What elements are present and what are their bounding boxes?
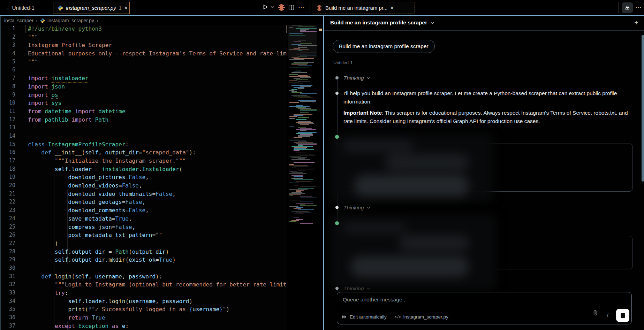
code-content[interactable]: #!/usr/bin/env python3"""Instagram Profi… xyxy=(28,25,287,330)
tab-label: Untitled-1 xyxy=(12,5,35,11)
timeline-dot-tool xyxy=(335,221,339,225)
code-line: def __init__(self, output_dir="scraped_d… xyxy=(28,148,287,157)
input-divider xyxy=(337,308,631,308)
context-file-chip[interactable]: </> instagram_scraper.py xyxy=(394,314,448,320)
code-line xyxy=(28,264,287,273)
code-line: """ xyxy=(28,58,287,66)
code-line: from pathlib import Path xyxy=(28,116,287,124)
code-line: """Login to Instagram (optional but reco… xyxy=(28,281,287,289)
code-line: Educational purposes only - respect Inst… xyxy=(28,49,287,58)
edit-mode-label[interactable]: Edit automatically xyxy=(350,314,387,320)
breadcrumb-folder[interactable]: insta_scraper xyxy=(4,18,33,23)
assistant-note: Important Note: This scraper is for educ… xyxy=(343,109,633,125)
breadcrumb-file[interactable]: instagram_scraper.py xyxy=(47,18,94,23)
code-line xyxy=(28,124,287,132)
overview-ruler-warning-mark xyxy=(319,29,322,31)
chevron-down-icon xyxy=(367,207,370,209)
user-message-bubble: Build me an instagram profile scraper xyxy=(333,40,435,53)
message-source-label: Untitled-1 xyxy=(333,60,353,65)
attach-paperclip-icon[interactable] xyxy=(593,310,598,317)
timeline-dot xyxy=(335,287,339,290)
timeline-dot-tool xyxy=(335,135,339,139)
tab-label: Build me an instagram pr... xyxy=(325,5,387,11)
code-line: import sys xyxy=(28,99,287,107)
app-window: ≡ Untitled-1 instagram_scraper.py 1 × ⋯ xyxy=(0,0,644,330)
code-line: self.output_dir = Path(output_dir) xyxy=(28,248,287,256)
close-icon[interactable]: × xyxy=(124,5,127,11)
code-line: print(f"✓ Successfully logged in as {use… xyxy=(28,305,287,314)
code-line: try: xyxy=(28,289,287,297)
thinking-toggle[interactable]: Thinking xyxy=(343,204,370,212)
code-line: ) xyxy=(28,239,287,248)
timeline-dot xyxy=(335,92,339,95)
code-line: post_metadata_txt_pattern="" xyxy=(28,231,287,239)
code-line: return True xyxy=(28,314,287,322)
minimap[interactable] xyxy=(288,25,317,228)
code-line: download_videos=False, xyxy=(28,182,287,190)
code-line: download_video_thumbnails=False, xyxy=(28,190,287,198)
pane-separator[interactable] xyxy=(323,16,324,330)
claude-starburst-icon[interactable] xyxy=(278,4,285,11)
code-line: download_comments=False, xyxy=(28,206,287,215)
tab-instagram-scraper[interactable]: instagram_scraper.py 1 × xyxy=(53,2,130,14)
stop-square-icon xyxy=(621,313,625,318)
split-editor-icon[interactable] xyxy=(288,5,294,10)
window-left-accent xyxy=(0,16,1,330)
input-toolbar: Edit automatically </> instagram_scraper… xyxy=(342,314,448,320)
blurred-content xyxy=(329,214,497,290)
current-line-highlight xyxy=(25,25,287,33)
tabbar-divider xyxy=(310,2,310,13)
breadcrumb-symbol[interactable]: ... xyxy=(101,18,105,23)
breadcrumb: insta_scraper › instagram_scraper.py › .… xyxy=(0,16,323,25)
code-line: self.output_dir.mkdir(exist_ok=True) xyxy=(28,256,287,264)
thinking-toggle[interactable]: Thinking xyxy=(343,74,370,82)
code-line: class InstagramProfileScraper: xyxy=(28,140,287,149)
code-line: download_pictures=False, xyxy=(28,173,287,182)
code-line: def login(self, username, password): xyxy=(28,273,287,281)
close-icon[interactable]: × xyxy=(390,5,393,11)
run-button[interactable] xyxy=(262,4,268,10)
tab-badge: 1 xyxy=(119,5,122,11)
chat-input-box[interactable]: Queue another message... Edit automatica… xyxy=(337,292,632,324)
code-line: Instagram Profile Scraper xyxy=(28,41,287,49)
assistant-paragraph: I'll help you build an Instagram profile… xyxy=(343,89,633,106)
chevron-down-icon xyxy=(367,77,370,79)
chat-scrollbar-thumb[interactable] xyxy=(642,35,644,182)
assistant-message: I'll help you build an Instagram profile… xyxy=(343,89,633,125)
chevron-right-icon: › xyxy=(36,17,38,23)
chat-header: Build me an instagram profile scraper + xyxy=(324,16,644,31)
tab-label: instagram_scraper.py xyxy=(66,5,116,11)
tab-bar: ≡ Untitled-1 instagram_scraper.py 1 × ⋯ xyxy=(0,0,644,15)
chat-session-title[interactable]: Build me an instagram profile scraper xyxy=(330,20,434,26)
new-session-button[interactable]: + xyxy=(634,19,638,27)
tab-untitled[interactable]: ≡ Untitled-1 xyxy=(2,2,39,14)
code-line: from datetime import datetime xyxy=(28,107,287,116)
tabbar-divider xyxy=(618,2,619,13)
run-dropdown-chevron-icon[interactable] xyxy=(271,6,274,8)
chevron-down-icon xyxy=(430,22,434,24)
window-more-icon[interactable]: ⋯ xyxy=(635,4,642,11)
blurred-content xyxy=(329,133,493,203)
code-line: """ xyxy=(28,33,287,41)
claude-chat-pane: Build me an instagram profile scraper + … xyxy=(324,16,644,330)
code-editor-pane[interactable]: insta_scraper › instagram_scraper.py › .… xyxy=(0,16,323,330)
code-line: save_metadata=True, xyxy=(28,215,287,223)
untitled-file-icon: ≡ xyxy=(6,5,9,11)
chevron-right-icon: › xyxy=(97,17,98,23)
code-line: except Exception as e: xyxy=(28,322,287,330)
active-group-accent-line xyxy=(0,15,644,16)
python-icon xyxy=(40,18,45,23)
tab-claude-session[interactable]: Build me an instagram pr... × xyxy=(312,2,415,14)
code-line: compress_json=False, xyxy=(28,223,287,231)
stop-button[interactable] xyxy=(616,309,629,322)
slash-command-icon[interactable]: / xyxy=(607,312,608,318)
code-icon: </> xyxy=(394,315,401,319)
code-line: """Initialize the Instagram scraper.""" xyxy=(28,157,287,165)
lock-button[interactable] xyxy=(622,2,633,13)
code-line: self.loader.login(username, password) xyxy=(28,297,287,306)
more-actions-icon[interactable]: ⋯ xyxy=(298,4,304,11)
code-line: import json xyxy=(28,83,287,91)
timeline-dot xyxy=(335,206,339,209)
tabbar-divider xyxy=(260,2,260,13)
fast-forward-icon[interactable] xyxy=(342,315,347,319)
